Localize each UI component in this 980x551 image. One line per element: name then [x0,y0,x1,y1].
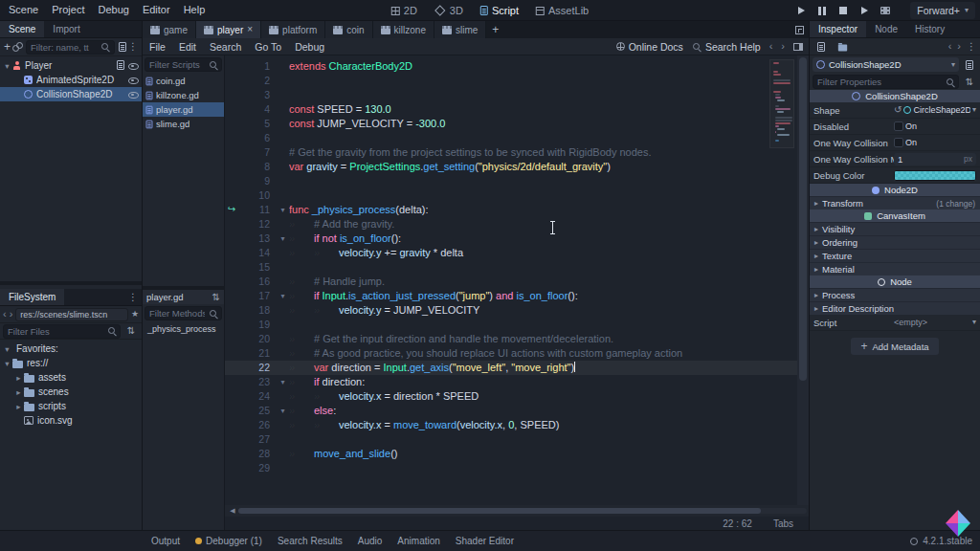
inspector-group-ordering[interactable]: ▸Ordering [810,235,980,249]
code-line-10[interactable]: 10 [225,188,797,203]
fs-item-assets[interactable]: ▸assets [0,370,142,385]
instance-scene-icon[interactable] [12,42,22,52]
fold-toggle-icon[interactable]: ▾ [277,203,289,217]
fold-toggle-icon[interactable]: ▾ [277,375,289,389]
fold-toggle-icon[interactable]: ▾ [277,289,289,303]
stop-button[interactable] [836,2,850,19]
inspector-group-texture[interactable]: ▸Texture [810,249,980,262]
property-value[interactable]: On [894,121,976,131]
code-line-23[interactable]: 23▾if direction: [225,375,797,389]
horizontal-scrollbar[interactable]: ◀ [225,505,809,517]
script-menu-go-to[interactable]: Go To [248,41,288,53]
code-line-20[interactable]: 20# Get the input direction and handle t… [225,332,797,346]
horizontal-scroll-track[interactable] [238,508,807,514]
play-button[interactable] [794,2,808,19]
code-line-1[interactable]: 1extends CharacterBody2D [225,59,797,74]
menu-scene[interactable]: Scene [2,0,45,20]
code-line-28[interactable]: 28move_and_slide() [225,447,797,461]
workspace-assetlib[interactable]: AssetLib [528,0,596,21]
filter-properties-input[interactable] [813,77,946,87]
attach-script-icon[interactable] [119,42,126,52]
code-line-2[interactable]: 2 [225,74,797,88]
fs-item-icon-svg[interactable]: icon.svg [0,413,142,428]
fold-toggle-icon[interactable]: ▾ [277,404,289,418]
script-item-slime-gd[interactable]: slime.gd [143,117,224,131]
online-docs-button[interactable]: Online Docs [616,41,683,53]
tab-history[interactable]: History [906,21,953,37]
code-line-9[interactable]: 9 [225,174,797,188]
vertical-scrollbar-grabber[interactable] [799,57,807,381]
property-value[interactable] [894,170,976,181]
history-forward-icon[interactable]: › [10,309,13,320]
bottom-tab-audio[interactable]: Audio [350,531,390,551]
code-line-27[interactable]: 27 [225,432,797,447]
scene-tab-game[interactable]: game [143,21,196,38]
inspector-history-back-icon[interactable]: ‹ [948,41,952,52]
renderer-dropdown[interactable]: Forward+ ▾ [910,2,975,19]
eye-icon[interactable] [127,60,138,71]
tab-scene[interactable]: Scene [0,21,44,37]
expander-icon[interactable]: ▸ [13,402,24,411]
minimap[interactable] [769,59,794,148]
tab-inspector[interactable]: Inspector [810,21,866,37]
code-line-6[interactable]: 6 [225,131,797,145]
bottom-tab-animation[interactable]: Animation [390,531,447,551]
dots-icon[interactable]: ⋮ [128,293,138,302]
filter-methods-input[interactable] [145,308,209,319]
checkbox[interactable] [894,138,903,147]
property-value[interactable]: 1px [894,153,976,165]
inspector-group-visibility[interactable]: ▸Visibility [810,222,980,235]
fold-toggle-icon[interactable]: ▾ [277,231,289,246]
bottom-tab-search-results[interactable]: Search Results [270,531,350,551]
script-icon[interactable] [117,60,124,70]
add-metadata-button[interactable]: + Add Metadata [851,338,938,355]
menu-help[interactable]: Help [177,0,212,20]
scene-tab-player[interactable]: player× [196,21,261,38]
property-value[interactable]: ↺CircleShape2D▾ [894,105,976,115]
checkbox[interactable] [894,121,903,131]
menu-project[interactable]: Project [45,0,91,20]
code-editor[interactable]: 1extends CharacterBody2D234const SPEED =… [225,55,809,505]
inspector-sort-button[interactable]: ⇅ [962,75,977,90]
code-line-4[interactable]: 4const SPEED = 130.0 [225,102,797,117]
script-menu-search[interactable]: Search [203,41,248,53]
code-line-26[interactable]: 26velocity.x = move_toward(velocity.x, 0… [225,418,797,432]
property-value[interactable]: <empty>▾ [894,318,976,327]
code-line-7[interactable]: 7# Get the gravity from the project sett… [225,145,797,160]
filesystem-path[interactable] [15,308,128,321]
scene-node-animatedsprite2d[interactable]: AnimatedSprite2D [0,73,142,87]
script-history-forward-icon[interactable]: › [781,41,785,52]
script-item-coin-gd[interactable]: coin.gd [143,74,224,88]
eye-icon[interactable] [127,89,138,99]
scene-tab-slime[interactable]: slime [434,21,486,38]
load-resource-button[interactable] [835,39,850,55]
eye-icon[interactable] [127,75,138,85]
filesystem-sort-button[interactable]: ⇅ [123,323,139,339]
movie-button[interactable] [879,2,892,19]
workspace-2d[interactable]: 2D [384,0,425,21]
bottom-tab-shader-editor[interactable]: Shader Editor [448,531,522,551]
filter-scripts-input[interactable] [145,59,209,70]
code-line-25[interactable]: 25▾else: [225,404,797,418]
history-back-icon[interactable]: ‹ [3,309,7,320]
workspace-script[interactable]: Script [473,0,526,21]
color-swatch[interactable] [894,170,976,181]
distraction-free-icon[interactable] [793,43,803,51]
sort-icon[interactable]: ⇅ [212,293,220,302]
favorite-star-icon[interactable]: ★ [131,310,139,319]
expander-icon[interactable]: ▸ [13,387,24,397]
dots-icon[interactable]: ⋮ [128,42,138,52]
code-line-16[interactable]: 16# Handle jump. [225,275,797,289]
property-value[interactable]: On [894,138,976,147]
close-icon[interactable]: × [247,25,253,34]
tab-import[interactable]: Import [44,21,88,37]
inspector-group-material[interactable]: ▸Material [810,262,980,276]
filesystem-filter-input[interactable] [4,326,107,337]
scene-node-player[interactable]: ▾Player [0,58,142,73]
bottom-tab-debugger-1[interactable]: Debugger (1) [188,531,270,551]
scene-tab-platform[interactable]: platform [261,21,325,38]
attach-script-button[interactable] [962,57,977,73]
scene-filter-input[interactable] [27,42,100,53]
menu-editor[interactable]: Editor [136,0,177,20]
code-line-13[interactable]: 13▾if not is_on_floor(): [225,231,797,246]
